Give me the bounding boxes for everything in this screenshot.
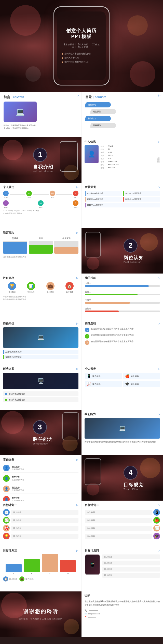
chapter3-title-cn: 胜任能力 bbox=[33, 436, 53, 442]
panel-honor: 所获荣誉 ▷ 2009年 xxx荣誉获得 2011年 xxx荣誉获得 2013年… bbox=[82, 183, 163, 228]
panel-personal-info: 个人信息 ▷ 👤 姓名千拓网 性别男 年龄25岁 身高176cm 学历本科 电话… bbox=[82, 137, 163, 183]
panel-chapter2: 2 岗位认知 Post cognition bbox=[82, 228, 163, 274]
honor-item-4: 2015年 xxx荣誉获得 bbox=[123, 197, 160, 202]
target4-title: 目标计划四 bbox=[85, 549, 99, 552]
contact-email: ✉️ xxx@xxx.com bbox=[85, 613, 160, 615]
panel-qualify: 胜任资格 ▷ 🏆 专业知识 📊 数据分析 💼 办公软件 🏠 额外技能 专业资格描… bbox=[0, 274, 82, 319]
info-edu: 本科 bbox=[108, 157, 112, 160]
thankyou-subtitle: 述职报告 | 个人简历 | 工作总结 | 岗位竞聘 bbox=[19, 617, 63, 620]
target3-icon-2: 💼 输入标题 bbox=[19, 576, 34, 581]
post-job-2: 互联网 / 运营策划 bbox=[3, 355, 78, 359]
slide-post-summary: 胜任岗位 ▷ 💻 工商管理相关岗位 互联网 / 运营策划 胜任总结 ▷ 1 在这… bbox=[0, 319, 163, 364]
info-gender: 男 bbox=[108, 148, 110, 151]
panel-resume: 个人履历 ▷ HX 2008 HY 2012 WO 2015 竞 2017 bbox=[0, 183, 82, 228]
slide-chapter3: 3 胜任能力 competence 我们能力 ▷ 💻 在这里填写内容在这里填写内… bbox=[0, 410, 163, 455]
position-value: 市场营销相关职务 bbox=[75, 52, 91, 56]
panel-target1: 目标计划一 ▷ 📋 输入标题 📈 输入标题 🎯 输入标题 💡 输入标题 bbox=[0, 501, 82, 546]
lang-name-2: 英语 bbox=[29, 237, 53, 240]
lang-name-3: 俄罗斯语 bbox=[54, 237, 78, 240]
info-addr: xxxxxxxx bbox=[108, 167, 115, 169]
honor-title: 所获荣誉 bbox=[85, 185, 96, 189]
panel-post: 胜任岗位 ▷ 💻 工商管理相关岗位 互联网 / 运营策划 bbox=[0, 319, 82, 364]
thankyou-title: 谢谢您的聆听 bbox=[23, 608, 58, 615]
contact-phone: 📞 13xxxxxxxx bbox=[85, 609, 160, 612]
target2-item-1: 输入标题 📱 bbox=[85, 509, 160, 516]
arrow-indicator-3: ▷ bbox=[158, 140, 160, 143]
panel-chapter4: 4 目标规划 Target Plan bbox=[82, 455, 163, 501]
quality-item-3: 📈输入标题 bbox=[85, 381, 122, 387]
panel-responsibility: 责任义务 ▷ 👤 责任义务在这里填写内容 👤 责任义务在这里填写内容 👤 责任义… bbox=[0, 455, 82, 501]
panel-language: 语言能力 ▷ 普通话 英语 俄罗斯语 bbox=[0, 228, 82, 274]
slide-cover: 创意个人简历PPT模板 【述职报告】【个人简历】【工作总结】【岗位竞聘】 竞聘岗… bbox=[0, 0, 163, 92]
resp-item-1: 👤 责任义务在这里填写内容 bbox=[3, 464, 78, 473]
foreword-title: 前言 bbox=[4, 95, 10, 100]
avatar-box: 👤 bbox=[85, 145, 99, 163]
chapter4-number: 4 bbox=[129, 468, 133, 477]
chapter2-title-en: Post cognition bbox=[124, 261, 142, 263]
summary-item-3: 3 在这里填写内容在这里填写内容在这里填写内容 bbox=[85, 340, 160, 345]
panel-target2: 目标计划二 ▷ 输入标题 📱 输入标题 🍎 输入标题 📊 输入标题 🎓 bbox=[82, 501, 163, 546]
qualify-icon-1: 🏆 专业知识 bbox=[3, 282, 21, 293]
toc-title-en: | CONTENT bbox=[93, 96, 106, 98]
slide-resume-honor: 个人履历 ▷ HX 2008 HY 2012 WO 2015 竞 2017 bbox=[0, 183, 163, 228]
honor-item-2: 2011年 xxx荣誉获得 bbox=[123, 191, 160, 196]
qualify-icon-4: 🏠 额外技能 bbox=[61, 282, 79, 293]
chapter1-number: 1 bbox=[38, 151, 42, 159]
slide-solution-quality: 解决方案 ▷ 🖥️ 解决方案说明内容 解决方案说明内容 个人素养 ▷ 📱输入标题… bbox=[0, 364, 163, 410]
post-job-1: 工商管理相关岗位 bbox=[3, 350, 78, 354]
quality-item-1: 📱输入标题 bbox=[85, 373, 122, 379]
source-value: 千拓网 bbox=[73, 56, 79, 60]
slide-foreword-toc: 前言 | CONTENT 💻 数字一：在这里填写内容在这里填写内容 个人简介，工… bbox=[0, 92, 163, 137]
chapter2-title-cn: 岗位认知 bbox=[124, 255, 144, 261]
resp-item-3: 👤 责任义务在这里填写内容 bbox=[3, 485, 78, 493]
cover-info: 竞聘岗位： 市场营销相关职务 竞聘人： 千拓网 竞聘时间： 2017年10月1日 bbox=[62, 52, 101, 64]
target1-title: 目标计划一 bbox=[3, 503, 17, 507]
post-title: 胜任岗位 bbox=[3, 321, 14, 325]
panel-target4: 目标计划四 ▷ 📱 输入标题 输入标题 输入标题 输入标题 bbox=[82, 546, 163, 591]
summary-item-2: 2 在这里填写内容在这里填写内容在这里填写内容 bbox=[85, 334, 160, 339]
slide-resp-chapter4: 责任义务 ▷ 👤 责任义务在这里填写内容 👤 责任义务在这里填写内容 👤 责任义… bbox=[0, 455, 163, 501]
chapter4-title-cn: 目标规划 bbox=[124, 482, 144, 488]
contact-address: 📍 xxxxxxxx bbox=[85, 616, 160, 618]
qualify-title: 胜任资格 bbox=[3, 276, 14, 280]
panel-solution: 解决方案 ▷ 🖥️ 解决方案说明内容 解决方案说明内容 bbox=[0, 364, 82, 410]
panel-contact: 说明 在这里输入您的联系方式及相关说明文字在这里输入您的联系方式及相关说明文字在… bbox=[82, 591, 163, 637]
chapter2-number: 2 bbox=[129, 241, 133, 250]
info-name: 千拓网 bbox=[108, 145, 113, 148]
lang-name-1: 普通话 bbox=[3, 237, 27, 240]
lang-title: 语言能力 bbox=[3, 231, 14, 234]
info-phone: 13xxxxxxxx bbox=[108, 160, 117, 163]
honor-item-5: 2017年 xxx荣誉获得 bbox=[85, 203, 160, 207]
date-value: 2017年10月1日 bbox=[75, 60, 89, 64]
slide-lang-post: 语言能力 ▷ 普通话 英语 俄罗斯语 bbox=[0, 228, 163, 274]
chapter4-num-circle: 4 bbox=[124, 466, 138, 480]
resp-item-2: 👤 责任义务在这里填写内容 bbox=[3, 474, 78, 483]
phone-screen: 创意个人简历PPT模板 【述职报告】【个人简历】【工作总结】【岗位竞聘】 竞聘岗… bbox=[57, 11, 106, 80]
target3-icon-1: 📋 输入标题 bbox=[3, 576, 17, 581]
target3-title: 目标计划三 bbox=[3, 549, 17, 552]
info-email: xxx@xxx.com bbox=[108, 164, 119, 166]
resp-title: 责任义务 bbox=[3, 458, 14, 462]
target2-item-3: 输入标题 📊 bbox=[85, 525, 160, 531]
solution-title: 解决方案 bbox=[3, 367, 14, 371]
target4-item-4: 输入标题 bbox=[102, 573, 160, 578]
toc-item-4: 目标规划 bbox=[90, 123, 116, 128]
summary-title: 胜任总结 bbox=[85, 321, 96, 325]
chapter3-number: 3 bbox=[38, 423, 42, 431]
position-label: 竞聘岗位： bbox=[64, 52, 75, 56]
slide-target-1-2: 目标计划一 ▷ 📋 输入标题 📈 输入标题 🎯 输入标题 💡 输入标题 bbox=[0, 501, 163, 546]
panel-thankyou: 谢谢您的聆听 述职报告 | 个人简历 | 工作总结 | 岗位竞聘 bbox=[0, 591, 82, 637]
target2-title: 目标计划二 bbox=[85, 503, 99, 507]
ability-title: 我们能力 bbox=[85, 412, 96, 416]
panel-chapter3: 3 胜任能力 competence bbox=[0, 410, 82, 455]
panel-ability: 我们能力 ▷ 💻 在这里填写内容在这里填写内容在这里填写内容在这里填写内容在这里… bbox=[82, 410, 163, 455]
panel-foreword: 前言 | CONTENT 💻 数字一：在这里填写内容在这里填写内容 个人简介，工… bbox=[0, 92, 82, 137]
honor-item-3: 2013年 xxx荣誉获得 bbox=[85, 197, 122, 202]
target1-item-1: 📋 输入标题 bbox=[3, 509, 78, 516]
skill-2: 技能二 bbox=[85, 290, 160, 295]
toc-title: 目录 bbox=[85, 95, 92, 100]
toc-item-1: 自我介绍 bbox=[85, 102, 111, 107]
skill-1: 技能一 bbox=[85, 282, 160, 287]
panel-toc: 目录 | CONTENT 自我介绍 岗位认知 胜任能力 目标规划 ▷ bbox=[82, 92, 163, 137]
solution-2: 解决方案说明内容 bbox=[3, 397, 78, 402]
